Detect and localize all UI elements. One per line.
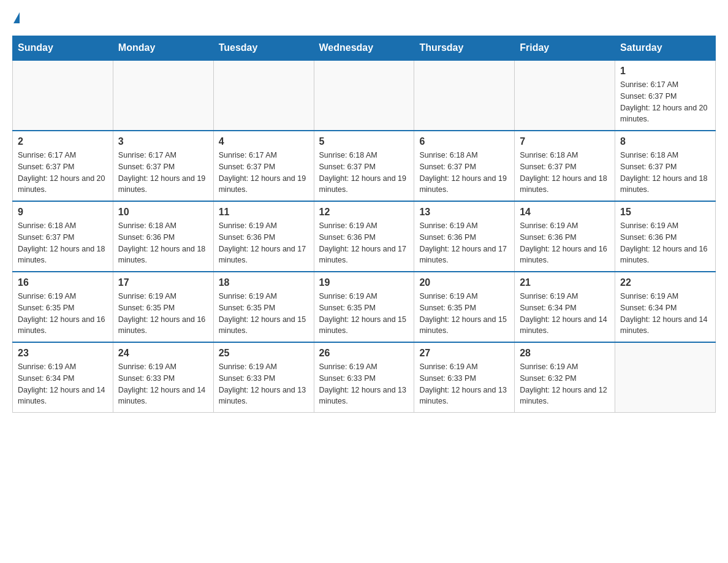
calendar-week-row-2: 2Sunrise: 6:17 AMSunset: 6:37 PMDaylight… xyxy=(13,131,716,201)
day-number: 1 xyxy=(620,66,710,77)
calendar-cell-4-1: 16Sunrise: 6:19 AMSunset: 6:35 PMDayligh… xyxy=(13,272,113,342)
day-info: Sunrise: 6:19 AMSunset: 6:35 PMDaylight:… xyxy=(219,291,309,337)
calendar-cell-3-2: 10Sunrise: 6:18 AMSunset: 6:36 PMDayligh… xyxy=(113,201,213,272)
day-number: 23 xyxy=(18,348,108,359)
calendar-cell-3-7: 15Sunrise: 6:19 AMSunset: 6:36 PMDayligh… xyxy=(615,201,716,272)
calendar-week-row-5: 23Sunrise: 6:19 AMSunset: 6:34 PMDayligh… xyxy=(13,342,716,413)
calendar-cell-1-4 xyxy=(314,60,414,131)
calendar-cell-1-2 xyxy=(113,60,213,131)
day-info: Sunrise: 6:18 AMSunset: 6:36 PMDaylight:… xyxy=(118,220,208,266)
day-info: Sunrise: 6:17 AMSunset: 6:37 PMDaylight:… xyxy=(18,150,108,196)
calendar-week-row-1: 1Sunrise: 6:17 AMSunset: 6:37 PMDaylight… xyxy=(13,60,716,131)
calendar-cell-3-6: 14Sunrise: 6:19 AMSunset: 6:36 PMDayligh… xyxy=(515,201,615,272)
day-number: 2 xyxy=(18,136,108,147)
day-number: 18 xyxy=(219,277,309,288)
calendar-header-friday: Friday xyxy=(515,36,615,61)
day-number: 14 xyxy=(520,207,610,218)
calendar-cell-4-3: 18Sunrise: 6:19 AMSunset: 6:35 PMDayligh… xyxy=(213,272,314,342)
calendar-cell-3-1: 9Sunrise: 6:18 AMSunset: 6:37 PMDaylight… xyxy=(13,201,113,272)
calendar-header-sunday: Sunday xyxy=(13,36,113,61)
day-number: 24 xyxy=(118,348,208,359)
calendar-header-saturday: Saturday xyxy=(615,36,716,61)
day-number: 7 xyxy=(520,136,610,147)
day-info: Sunrise: 6:19 AMSunset: 6:36 PMDaylight:… xyxy=(319,220,409,266)
calendar-cell-5-6: 28Sunrise: 6:19 AMSunset: 6:32 PMDayligh… xyxy=(515,342,615,413)
day-info: Sunrise: 6:19 AMSunset: 6:34 PMDaylight:… xyxy=(520,291,610,337)
calendar-cell-2-4: 5Sunrise: 6:18 AMSunset: 6:37 PMDaylight… xyxy=(314,131,414,201)
calendar-cell-5-3: 25Sunrise: 6:19 AMSunset: 6:33 PMDayligh… xyxy=(213,342,314,413)
day-number: 22 xyxy=(620,277,710,288)
day-number: 17 xyxy=(118,277,208,288)
logo xyxy=(12,12,20,23)
day-number: 3 xyxy=(118,136,208,147)
calendar-cell-2-1: 2Sunrise: 6:17 AMSunset: 6:37 PMDaylight… xyxy=(13,131,113,201)
day-number: 5 xyxy=(319,136,409,147)
calendar-cell-1-6 xyxy=(515,60,615,131)
calendar-cell-4-7: 22Sunrise: 6:19 AMSunset: 6:34 PMDayligh… xyxy=(615,272,716,342)
day-number: 9 xyxy=(18,207,108,218)
calendar-header-monday: Monday xyxy=(113,36,213,61)
day-info: Sunrise: 6:19 AMSunset: 6:35 PMDaylight:… xyxy=(319,291,409,337)
day-info: Sunrise: 6:19 AMSunset: 6:36 PMDaylight:… xyxy=(419,220,509,266)
day-number: 6 xyxy=(419,136,509,147)
calendar-cell-2-5: 6Sunrise: 6:18 AMSunset: 6:37 PMDaylight… xyxy=(414,131,515,201)
day-info: Sunrise: 6:19 AMSunset: 6:36 PMDaylight:… xyxy=(219,220,309,266)
day-info: Sunrise: 6:19 AMSunset: 6:33 PMDaylight:… xyxy=(319,361,409,407)
day-info: Sunrise: 6:18 AMSunset: 6:37 PMDaylight:… xyxy=(520,150,610,196)
calendar-cell-2-2: 3Sunrise: 6:17 AMSunset: 6:37 PMDaylight… xyxy=(113,131,213,201)
day-info: Sunrise: 6:17 AMSunset: 6:37 PMDaylight:… xyxy=(219,150,309,196)
day-info: Sunrise: 6:19 AMSunset: 6:35 PMDaylight:… xyxy=(18,291,108,337)
day-info: Sunrise: 6:19 AMSunset: 6:33 PMDaylight:… xyxy=(118,361,208,407)
calendar-cell-4-2: 17Sunrise: 6:19 AMSunset: 6:35 PMDayligh… xyxy=(113,272,213,342)
calendar-header-thursday: Thursday xyxy=(414,36,515,61)
day-info: Sunrise: 6:17 AMSunset: 6:37 PMDaylight:… xyxy=(620,79,710,125)
calendar-header-row: SundayMondayTuesdayWednesdayThursdayFrid… xyxy=(13,36,716,61)
calendar-cell-1-7: 1Sunrise: 6:17 AMSunset: 6:37 PMDaylight… xyxy=(615,60,716,131)
day-info: Sunrise: 6:18 AMSunset: 6:37 PMDaylight:… xyxy=(18,220,108,266)
day-number: 27 xyxy=(419,348,509,359)
calendar-header-tuesday: Tuesday xyxy=(213,36,314,61)
calendar-cell-5-5: 27Sunrise: 6:19 AMSunset: 6:33 PMDayligh… xyxy=(414,342,515,413)
day-info: Sunrise: 6:19 AMSunset: 6:36 PMDaylight:… xyxy=(520,220,610,266)
day-number: 16 xyxy=(18,277,108,288)
calendar-week-row-4: 16Sunrise: 6:19 AMSunset: 6:35 PMDayligh… xyxy=(13,272,716,342)
calendar-cell-4-4: 19Sunrise: 6:19 AMSunset: 6:35 PMDayligh… xyxy=(314,272,414,342)
calendar-cell-3-5: 13Sunrise: 6:19 AMSunset: 6:36 PMDayligh… xyxy=(414,201,515,272)
calendar-cell-4-6: 21Sunrise: 6:19 AMSunset: 6:34 PMDayligh… xyxy=(515,272,615,342)
day-info: Sunrise: 6:19 AMSunset: 6:35 PMDaylight:… xyxy=(419,291,509,337)
calendar-week-row-3: 9Sunrise: 6:18 AMSunset: 6:37 PMDaylight… xyxy=(13,201,716,272)
logo-triangle-icon xyxy=(13,12,20,23)
day-number: 28 xyxy=(520,348,610,359)
day-info: Sunrise: 6:19 AMSunset: 6:35 PMDaylight:… xyxy=(118,291,208,337)
calendar-cell-5-7 xyxy=(615,342,716,413)
calendar-table: SundayMondayTuesdayWednesdayThursdayFrid… xyxy=(12,36,716,413)
day-number: 15 xyxy=(620,207,710,218)
calendar-cell-2-7: 8Sunrise: 6:18 AMSunset: 6:37 PMDaylight… xyxy=(615,131,716,201)
day-info: Sunrise: 6:19 AMSunset: 6:34 PMDaylight:… xyxy=(18,361,108,407)
day-info: Sunrise: 6:18 AMSunset: 6:37 PMDaylight:… xyxy=(319,150,409,196)
day-info: Sunrise: 6:17 AMSunset: 6:37 PMDaylight:… xyxy=(118,150,208,196)
day-number: 8 xyxy=(620,136,710,147)
day-number: 26 xyxy=(319,348,409,359)
day-info: Sunrise: 6:18 AMSunset: 6:37 PMDaylight:… xyxy=(620,150,710,196)
day-info: Sunrise: 6:18 AMSunset: 6:37 PMDaylight:… xyxy=(419,150,509,196)
calendar-cell-4-5: 20Sunrise: 6:19 AMSunset: 6:35 PMDayligh… xyxy=(414,272,515,342)
day-info: Sunrise: 6:19 AMSunset: 6:33 PMDaylight:… xyxy=(219,361,309,407)
calendar-cell-3-4: 12Sunrise: 6:19 AMSunset: 6:36 PMDayligh… xyxy=(314,201,414,272)
calendar-cell-2-6: 7Sunrise: 6:18 AMSunset: 6:37 PMDaylight… xyxy=(515,131,615,201)
day-number: 11 xyxy=(219,207,309,218)
calendar-cell-5-4: 26Sunrise: 6:19 AMSunset: 6:33 PMDayligh… xyxy=(314,342,414,413)
day-number: 21 xyxy=(520,277,610,288)
page-header xyxy=(12,12,716,23)
day-number: 10 xyxy=(118,207,208,218)
day-info: Sunrise: 6:19 AMSunset: 6:36 PMDaylight:… xyxy=(620,220,710,266)
day-info: Sunrise: 6:19 AMSunset: 6:33 PMDaylight:… xyxy=(419,361,509,407)
calendar-cell-5-2: 24Sunrise: 6:19 AMSunset: 6:33 PMDayligh… xyxy=(113,342,213,413)
calendar-cell-1-1 xyxy=(13,60,113,131)
day-info: Sunrise: 6:19 AMSunset: 6:34 PMDaylight:… xyxy=(620,291,710,337)
day-number: 19 xyxy=(319,277,409,288)
day-number: 12 xyxy=(319,207,409,218)
calendar-cell-3-3: 11Sunrise: 6:19 AMSunset: 6:36 PMDayligh… xyxy=(213,201,314,272)
day-info: Sunrise: 6:19 AMSunset: 6:32 PMDaylight:… xyxy=(520,361,610,407)
calendar-cell-1-3 xyxy=(213,60,314,131)
